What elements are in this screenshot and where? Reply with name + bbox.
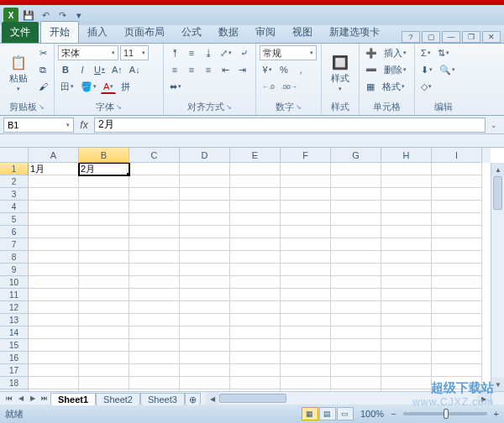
cell-H14[interactable] <box>381 326 432 339</box>
cell-E12[interactable] <box>230 301 281 314</box>
cell-C13[interactable] <box>129 314 180 326</box>
cell-A4[interactable] <box>29 201 79 213</box>
new-sheet-button[interactable]: ⊕ <box>185 393 201 405</box>
cell-I5[interactable] <box>432 213 482 226</box>
tab-view[interactable]: 视图 <box>284 22 321 43</box>
zoom-out-button[interactable]: − <box>391 409 396 419</box>
cell-H18[interactable] <box>381 377 432 389</box>
zoom-percent[interactable]: 100% <box>360 409 384 419</box>
cell-F10[interactable] <box>281 276 331 289</box>
cell-H6[interactable] <box>381 226 432 238</box>
cell-B17[interactable] <box>79 364 129 377</box>
cell-styles-button[interactable]: 🔲 样式 ▾ <box>325 45 355 100</box>
column-header-H[interactable]: H <box>381 148 432 163</box>
cell-B5[interactable] <box>79 213 129 226</box>
cell-G10[interactable] <box>331 276 381 289</box>
column-header-A[interactable]: A <box>29 148 79 163</box>
cell-H2[interactable] <box>381 175 432 188</box>
cell-D12[interactable] <box>180 301 230 314</box>
row-header-14[interactable]: 14 <box>0 326 29 339</box>
cell-B14[interactable] <box>79 326 129 339</box>
cell-C12[interactable] <box>129 301 180 314</box>
cell-C14[interactable] <box>129 326 180 339</box>
cell-E10[interactable] <box>230 276 281 289</box>
wrap-text-button[interactable]: ⤶ <box>236 45 251 60</box>
row-header-1[interactable]: 1 <box>0 163 29 175</box>
row-header-2[interactable]: 2 <box>0 175 29 188</box>
cell-I8[interactable] <box>432 251 482 264</box>
cell-F8[interactable] <box>281 251 331 264</box>
cell-F6[interactable] <box>281 226 331 238</box>
fx-icon[interactable]: fx <box>76 119 92 131</box>
merge-button[interactable]: ⬌ <box>167 79 184 94</box>
cell-C11[interactable] <box>129 289 180 301</box>
cell-F16[interactable] <box>281 352 331 364</box>
decrease-decimal-button[interactable]: .00→ <box>279 79 300 94</box>
cell-B11[interactable] <box>79 289 129 301</box>
cell-G3[interactable] <box>331 188 381 201</box>
cell-H1[interactable] <box>381 163 432 175</box>
cell-A18[interactable] <box>29 377 79 389</box>
cell-D1[interactable] <box>180 163 230 175</box>
cell-B2[interactable] <box>79 175 129 188</box>
cell-D15[interactable] <box>180 339 230 352</box>
insert-cells-button[interactable]: 插入 <box>381 45 409 60</box>
qat-redo-icon[interactable]: ↷ <box>55 8 69 22</box>
currency-button[interactable]: ¥ <box>260 62 275 77</box>
cell-G9[interactable] <box>331 264 381 276</box>
normal-view-button[interactable]: ▦ <box>302 407 318 420</box>
cell-E9[interactable] <box>230 264 281 276</box>
fill-button[interactable]: ⬇ <box>418 62 435 77</box>
cell-A16[interactable] <box>29 352 79 364</box>
autosum-button[interactable]: Σ <box>418 45 433 60</box>
cell-I6[interactable] <box>432 226 482 238</box>
cell-E4[interactable] <box>230 201 281 213</box>
row-header-16[interactable]: 16 <box>0 352 29 364</box>
align-middle-button[interactable]: ≡ <box>184 45 199 60</box>
align-right-button[interactable]: ≡ <box>201 62 216 77</box>
tab-file[interactable]: 文件 <box>2 22 39 43</box>
cell-G15[interactable] <box>331 339 381 352</box>
phonetic-button[interactable]: 拼 <box>118 79 133 94</box>
font-name-combo[interactable]: 宋体▾ <box>58 45 118 60</box>
row-header-10[interactable]: 10 <box>0 276 29 289</box>
sheet-tab-2[interactable]: Sheet2 <box>96 393 140 405</box>
cell-A13[interactable] <box>29 314 79 326</box>
cell-C7[interactable] <box>129 238 180 251</box>
cell-H3[interactable] <box>381 188 432 201</box>
row-header-3[interactable]: 3 <box>0 188 29 201</box>
cell-D9[interactable] <box>180 264 230 276</box>
select-all-button[interactable] <box>0 148 29 163</box>
cell-A6[interactable] <box>29 226 79 238</box>
cell-B15[interactable] <box>79 339 129 352</box>
cell-G1[interactable] <box>331 163 381 175</box>
cell-B3[interactable] <box>79 188 129 201</box>
cell-H15[interactable] <box>381 339 432 352</box>
cell-H9[interactable] <box>381 264 432 276</box>
cell-I15[interactable] <box>432 339 482 352</box>
cell-E11[interactable] <box>230 289 281 301</box>
scroll-up-icon[interactable]: ▲ <box>491 163 504 176</box>
delete-cells-icon[interactable]: ➖ <box>363 62 380 77</box>
cell-C10[interactable] <box>129 276 180 289</box>
cell-A3[interactable] <box>29 188 79 201</box>
cell-C15[interactable] <box>129 339 180 352</box>
cell-D2[interactable] <box>180 175 230 188</box>
row-header-18[interactable]: 18 <box>0 377 29 389</box>
sheet-tab-3[interactable]: Sheet3 <box>140 393 185 405</box>
cell-D11[interactable] <box>180 289 230 301</box>
cell-G16[interactable] <box>331 352 381 364</box>
row-header-7[interactable]: 7 <box>0 238 29 251</box>
cell-C8[interactable] <box>129 251 180 264</box>
tab-newtab[interactable]: 新建选项卡 <box>321 22 388 43</box>
border-button[interactable]: 田 <box>58 79 76 94</box>
expand-formula-icon[interactable]: ⌄ <box>487 121 501 129</box>
row-header-4[interactable]: 4 <box>0 201 29 213</box>
restore-window-icon[interactable]: ❐ <box>462 31 480 43</box>
cell-B10[interactable] <box>79 276 129 289</box>
row-header-13[interactable]: 13 <box>0 314 29 326</box>
cell-E13[interactable] <box>230 314 281 326</box>
cell-A11[interactable] <box>29 289 79 301</box>
comma-button[interactable]: , <box>293 62 308 77</box>
cell-D8[interactable] <box>180 251 230 264</box>
